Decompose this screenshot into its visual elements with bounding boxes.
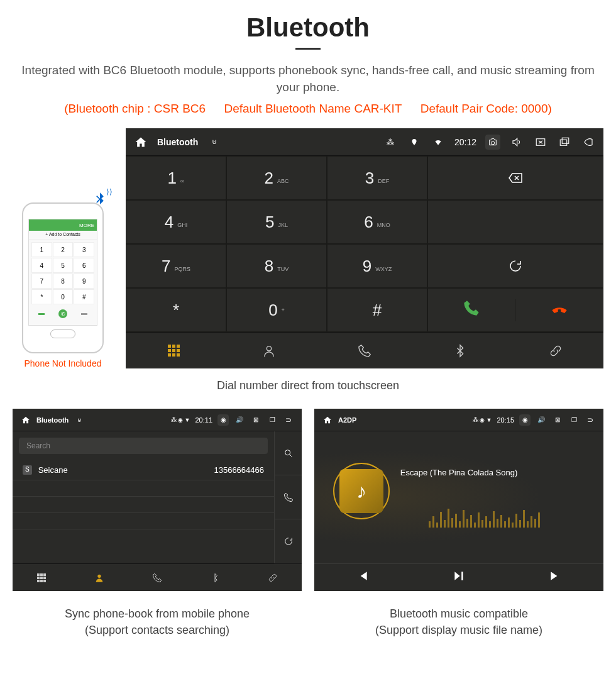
recent-apps-icon[interactable]: ❐ [267,414,278,426]
key-8[interactable]: 8TUV [226,244,327,288]
usb-icon: ⊍ [74,414,85,426]
home-icon[interactable] [322,414,333,426]
next-track-button[interactable] [507,570,603,585]
key-star[interactable]: * [126,288,226,332]
search-input[interactable]: Search [19,438,268,454]
svg-rect-1 [560,140,567,145]
dialer-caption: Dial number direct from touchscreen [13,378,603,394]
contact-row[interactable]: S Seicane 13566664466 [13,460,274,480]
song-title: Escape (The Pina Colada Song) [400,468,517,477]
tab-bluetooth[interactable] [412,333,508,368]
back-icon[interactable]: ⊃ [283,414,294,426]
contact-number: 13566664466 [214,465,264,475]
spec-code: Default Pair Code: 0000) [421,102,552,115]
tab-pair[interactable] [508,333,603,368]
visualizer [429,490,540,528]
empty-row [13,480,274,497]
close-window-icon[interactable]: ⊠ [250,414,261,426]
tab-recent[interactable] [128,564,186,591]
key-hash[interactable]: # [327,288,427,332]
music-note-icon: ♪ [339,469,383,513]
volume-icon[interactable] [509,135,524,150]
music-screen: A2DP ⁂ ◉ ▼ 20:15 ◉ 🔊 ⊠ ❐ ⊃ ♪ Escape (The… [314,409,603,591]
usb-icon: ⊍ [207,135,222,150]
close-window-icon[interactable] [533,135,548,150]
app-title: Bluetooth [157,137,198,147]
refresh-icon[interactable] [275,519,302,563]
svg-point-3 [267,346,271,350]
dialer-statusbar: Bluetooth ⊍ ⁂ 20:12 [126,128,603,156]
bluetooth-status-icon: ⁂ [383,135,398,150]
tab-pair[interactable] [244,564,302,591]
backspace-button[interactable] [427,156,603,200]
camera-icon[interactable]: ◉ [519,414,531,426]
tab-keypad[interactable] [13,564,70,591]
key-0[interactable]: 0+ [226,288,327,332]
key-3[interactable]: 3DEF [327,156,427,200]
app-title: A2DP [338,416,356,424]
hangup-button[interactable] [515,301,603,319]
recent-apps-icon[interactable] [557,135,572,150]
recent-apps-icon[interactable]: ❐ [568,414,580,426]
bluetooth-signal-icon: ⟩⟩ [91,191,109,213]
volume-icon[interactable]: 🔊 [234,414,245,426]
key-4[interactable]: 4GHI [126,200,226,244]
phone-topbar: MORE [29,219,97,231]
empty-row [13,497,274,513]
volume-icon[interactable]: 🔊 [536,414,547,426]
call-button[interactable] [428,299,515,321]
phone-illustration: ⟩⟩ MORE + Add to Contacts 123 456 789 *0… [13,202,113,368]
contact-name: Seicane [38,465,214,475]
home-icon[interactable] [20,414,31,426]
clock: 20:12 [454,137,476,147]
phone-caption: Phone Not Included [13,358,113,368]
prev-track-button[interactable] [314,570,410,585]
music-caption: Bluetooth music compatible (Support disp… [314,606,603,638]
empty-row [13,513,274,529]
dialer-screen: Bluetooth ⊍ ⁂ 20:12 1∞ 2ABC 3DEF 4GHI [126,128,603,368]
page-subtitle: Integrated with BC6 Bluetooth module, su… [13,62,603,96]
camera-icon[interactable] [485,135,500,150]
play-pause-button[interactable] [410,570,507,585]
dialer-tabbar [126,332,603,368]
search-icon[interactable] [275,431,302,475]
key-1[interactable]: 1∞ [126,156,226,200]
phonebook-screen: Bluetooth ⊍ ⁂ ◉ ▼ 20:11 ◉ 🔊 ⊠ ❐ ⊃ Search… [13,409,302,591]
svg-rect-2 [562,138,569,143]
wifi-icon [431,135,446,150]
contact-badge: S [23,465,32,475]
title-underline [295,48,321,50]
app-title: Bluetooth [36,416,69,424]
call-icon[interactable] [275,475,302,519]
svg-point-5 [97,575,101,578]
home-icon[interactable] [133,135,148,150]
spec-chip: (Bluetooth chip : CSR BC6 [64,102,206,115]
phone-home-button [50,329,75,338]
key-5[interactable]: 5JKL [226,200,327,244]
keypad: 1∞ 2ABC 3DEF 4GHI 5JKL 6MNO 7PQRS 8TUV 9… [126,156,427,332]
back-icon[interactable]: ⊃ [585,414,596,426]
specs-row: (Bluetooth chip : CSR BC6 Default Blueto… [13,102,603,116]
close-window-icon[interactable]: ⊠ [552,414,563,426]
back-icon[interactable] [581,135,596,150]
phone-add-contacts: + Add to Contacts [29,231,97,240]
album-art: ♪ [333,463,390,519]
clock: 20:11 [195,416,212,424]
tab-keypad[interactable] [126,333,221,368]
key-6[interactable]: 6MNO [327,200,427,244]
location-icon [407,135,422,150]
key-7[interactable]: 7PQRS [126,244,226,288]
svg-point-4 [285,450,290,455]
spec-name: Default Bluetooth Name CAR-KIT [224,102,402,115]
camera-icon[interactable]: ◉ [217,414,229,426]
tab-contacts[interactable] [221,333,317,368]
phonebook-caption: Sync phone-book from mobile phone (Suppo… [13,606,302,638]
page-title: Bluetooth [13,13,603,43]
key-2[interactable]: 2ABC [226,156,327,200]
tab-bluetooth[interactable] [186,564,244,591]
tab-recent[interactable] [317,333,412,368]
key-9[interactable]: 9WXYZ [327,244,427,288]
blank-cell [427,200,603,244]
refresh-button[interactable] [427,244,603,288]
tab-contacts[interactable] [70,564,128,591]
